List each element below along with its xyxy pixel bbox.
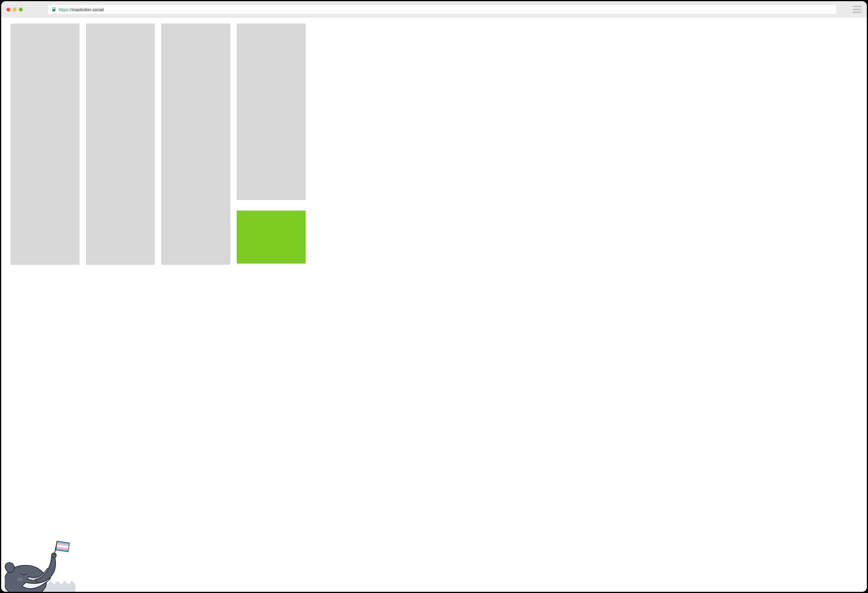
mascot-ear [5, 563, 15, 573]
url-protocol: https:// [59, 7, 72, 12]
window-minimize-button[interactable] [13, 7, 16, 12]
traffic-lights [6, 7, 23, 12]
svg-rect-0 [52, 9, 55, 12]
column-2 [86, 24, 155, 265]
column-2-panel [86, 24, 155, 265]
column-container [10, 24, 867, 265]
page-viewport [1, 18, 867, 592]
url-host: mastodon.social [72, 7, 103, 12]
column-4-panel-top [237, 24, 306, 200]
transgender-flag-icon [56, 541, 69, 552]
column-3 [161, 24, 230, 265]
mastodon-mascot [5, 539, 81, 592]
lock-icon [52, 7, 56, 12]
column-1 [10, 24, 80, 265]
column-4 [237, 24, 306, 265]
url-bar[interactable]: https://mastodon.social [48, 5, 836, 14]
column-4-panel-accent [237, 210, 306, 263]
window-close-button[interactable] [6, 7, 10, 12]
browser-chrome-bar: https://mastodon.social [1, 1, 867, 18]
browser-window: https://mastodon.social [1, 1, 867, 592]
window-maximize-button[interactable] [19, 7, 23, 12]
mascot-blush [17, 578, 23, 581]
url-text: https://mastodon.social [59, 7, 103, 12]
column-3-panel [161, 24, 230, 265]
column-1-panel [10, 24, 80, 265]
hamburger-menu-icon[interactable] [853, 6, 862, 13]
